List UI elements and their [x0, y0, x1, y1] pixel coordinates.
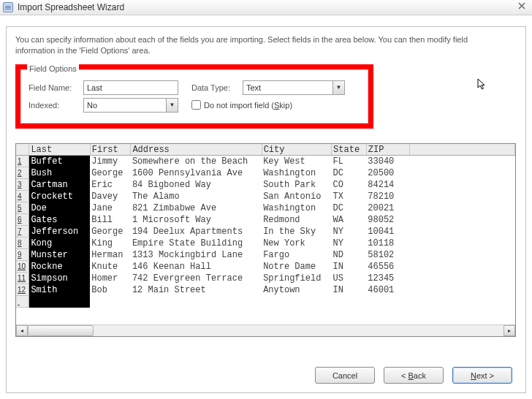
cell[interactable]: George — [90, 226, 131, 238]
cell[interactable]: 12345 — [366, 273, 409, 284]
cell[interactable]: King — [90, 238, 131, 249]
cell[interactable]: CO — [332, 179, 367, 191]
close-icon[interactable] — [516, 1, 528, 13]
column-header[interactable]: City — [262, 144, 331, 156]
cell[interactable]: 20021 — [366, 202, 409, 214]
cell[interactable]: Redmond — [262, 214, 331, 226]
horizontal-scrollbar[interactable]: ◂ ▸ — [16, 324, 515, 336]
cell[interactable]: Washington — [262, 167, 331, 179]
field-name-input[interactable] — [83, 80, 178, 95]
row-number[interactable]: 4 — [16, 191, 29, 202]
cell[interactable]: Fargo — [262, 249, 331, 261]
cell[interactable]: Bob — [90, 284, 131, 296]
data-type-value[interactable] — [243, 80, 345, 95]
column-header[interactable]: ZIP — [366, 144, 409, 156]
table-row[interactable]: 9MunsterHerman1313 Mockingbird LaneFargo… — [16, 249, 515, 261]
back-button[interactable]: < Back — [384, 367, 444, 384]
cell[interactable]: Jefferson — [29, 226, 90, 238]
preview-grid[interactable]: LastFirstAddressCityStateZIP1BuffetJimmy… — [15, 143, 516, 337]
cell[interactable]: Bill — [90, 214, 131, 226]
indexed-value[interactable] — [83, 98, 178, 113]
table-row[interactable]: 5DoeJane821 Zimbabwe AveWashingtonDC2002… — [16, 202, 515, 214]
row-number[interactable]: 3 — [16, 179, 29, 191]
cell[interactable]: Crockett — [29, 191, 90, 202]
cell[interactable]: Davey — [90, 191, 131, 202]
cell[interactable]: 84214 — [366, 179, 409, 191]
table-row[interactable]: 6GatesBill1 Microsoft WayRedmondWA98052 — [16, 214, 515, 226]
scroll-track[interactable] — [28, 325, 503, 336]
cell[interactable]: 78210 — [366, 191, 409, 202]
cell[interactable]: Knute — [90, 261, 131, 273]
column-header[interactable]: Address — [131, 144, 262, 156]
cell[interactable]: George — [90, 167, 131, 179]
cell[interactable]: NY — [332, 226, 367, 238]
cell[interactable]: 84 Bigboned Way — [131, 179, 262, 191]
cell[interactable]: 1 Microsoft Way — [131, 214, 262, 226]
cell[interactable]: Empire State Building — [131, 238, 262, 249]
cancel-button[interactable]: Cancel — [315, 367, 375, 384]
table-row[interactable]: 4CrockettDaveyThe AlamoSan AntonioTX7821… — [16, 191, 515, 202]
table-row[interactable]: 8KongKingEmpire State BuildingNew YorkNY… — [16, 238, 515, 249]
cell[interactable]: Somewhere on the Beach — [131, 156, 262, 167]
table-row[interactable]: 3CartmanEric84 Bigboned WaySouth ParkCO8… — [16, 179, 515, 191]
skip-checkbox[interactable] — [191, 100, 201, 110]
cell[interactable]: WA — [332, 214, 367, 226]
cell[interactable]: Washington — [262, 202, 331, 214]
row-number[interactable]: 7 — [16, 226, 29, 238]
cell[interactable]: 821 Zimbabwe Ave — [131, 202, 262, 214]
table-row[interactable]: 2BushGeorge1600 Pennsylvania AveWashingt… — [16, 167, 515, 179]
cell[interactable]: Bush — [29, 167, 90, 179]
cell[interactable]: 12 Main Street — [131, 284, 262, 296]
cell[interactable]: Herman — [90, 249, 131, 261]
cell[interactable]: 20500 — [366, 167, 409, 179]
cell[interactable]: Springfield — [262, 273, 331, 284]
cell[interactable]: Cartman — [29, 179, 90, 191]
row-number[interactable]: 6 — [16, 214, 29, 226]
cell[interactable]: Notre Dame — [262, 261, 331, 273]
cell[interactable]: 98052 — [366, 214, 409, 226]
row-number[interactable]: 5 — [16, 202, 29, 214]
cell[interactable]: 46001 — [366, 284, 409, 296]
scroll-right-icon[interactable]: ▸ — [503, 325, 515, 336]
cell[interactable]: 146 Keenan Hall — [131, 261, 262, 273]
cell[interactable]: Gates — [29, 214, 90, 226]
row-number[interactable]: 1 — [16, 156, 29, 167]
cell[interactable]: Jimmy — [90, 156, 131, 167]
cell[interactable]: In the Sky — [262, 226, 331, 238]
cell[interactable]: The Alamo — [131, 191, 262, 202]
cell[interactable]: Eric — [90, 179, 131, 191]
row-number[interactable]: 8 — [16, 238, 29, 249]
row-number[interactable]: 10 — [16, 261, 29, 273]
table-row[interactable]: 12SmithBob12 Main StreetAnytownIN46001 — [16, 284, 515, 296]
cell[interactable]: 58102 — [366, 249, 409, 261]
cell[interactable]: IN — [332, 261, 367, 273]
cell[interactable]: 10041 — [366, 226, 409, 238]
cell[interactable]: Buffet — [29, 156, 90, 167]
cell[interactable]: Rockne — [29, 261, 90, 273]
cell[interactable]: 742 Evergreen Terrace — [131, 273, 262, 284]
cell[interactable]: New York — [262, 238, 331, 249]
chevron-down-icon[interactable]: ▼ — [332, 81, 344, 94]
cell[interactable]: 1313 Mockingbird Lane — [131, 249, 262, 261]
cell[interactable]: Anytown — [262, 284, 331, 296]
table-row[interactable]: 10RockneKnute146 Keenan HallNotre DameIN… — [16, 261, 515, 273]
cell[interactable]: Doe — [29, 202, 90, 214]
indexed-combo[interactable]: ▼ — [83, 98, 178, 113]
cell[interactable]: Munster — [29, 249, 90, 261]
table-row[interactable]: 1BuffetJimmySomewhere on the BeachKey We… — [16, 156, 515, 167]
column-header[interactable]: Last — [29, 144, 90, 156]
cell[interactable]: Kong — [29, 238, 90, 249]
cell[interactable]: Jane — [90, 202, 131, 214]
table-row[interactable]: 11SimpsonHomer742 Evergreen TerraceSprin… — [16, 273, 515, 284]
column-header[interactable]: State — [332, 144, 367, 156]
cell[interactable]: Homer — [90, 273, 131, 284]
cell[interactable]: FL — [332, 156, 367, 167]
row-number[interactable]: 11 — [16, 273, 29, 284]
cell[interactable]: DC — [332, 202, 367, 214]
cell[interactable]: Simpson — [29, 273, 90, 284]
scroll-thumb[interactable] — [28, 325, 94, 336]
cell[interactable]: IN — [332, 284, 367, 296]
row-number[interactable]: 2 — [16, 167, 29, 179]
cell[interactable]: 33040 — [366, 156, 409, 167]
row-number[interactable]: 9 — [16, 249, 29, 261]
